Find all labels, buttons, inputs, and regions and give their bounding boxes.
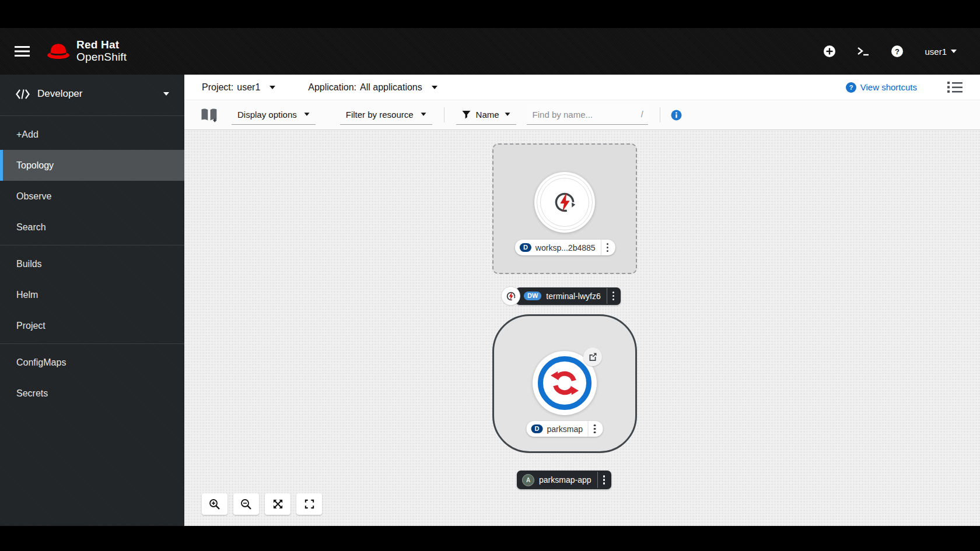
nav-divider xyxy=(0,343,184,344)
masthead-actions: ? user1 xyxy=(823,45,957,58)
corners-bracket-icon xyxy=(304,499,315,510)
open-book-plus-icon xyxy=(200,107,219,123)
redhat-fedora-icon xyxy=(46,42,71,61)
application-label: Application: xyxy=(308,82,356,93)
perspective-switcher[interactable]: Developer xyxy=(0,75,184,113)
terminal-icon xyxy=(857,46,870,57)
fit-to-screen-button[interactable] xyxy=(265,493,290,515)
find-by-name-field: / xyxy=(527,106,648,125)
username: user1 xyxy=(925,47,947,57)
parksmap-node-label[interactable]: D parksmap xyxy=(527,421,603,437)
workspace-node-label[interactable]: D worksp...2b4885 xyxy=(515,240,615,255)
sidebar-nav: Developer +Add Topology Observe Search B… xyxy=(0,75,184,526)
nav-toggle-button[interactable] xyxy=(15,45,30,57)
quick-search-button[interactable] xyxy=(200,107,219,123)
sidebar-item-topology[interactable]: Topology xyxy=(0,150,184,181)
sidebar-item-project[interactable]: Project xyxy=(0,310,184,341)
filter-funnel-icon xyxy=(462,110,471,119)
help-menu-button[interactable]: ? xyxy=(891,45,904,58)
deployment-badge: D xyxy=(520,243,531,252)
svg-text:?: ? xyxy=(849,84,853,91)
chevron-down-icon xyxy=(163,92,169,96)
perspective-label: Developer xyxy=(37,88,83,100)
deployment-badge: D xyxy=(531,424,543,433)
topology-canvas[interactable]: D worksp...2b4885 DW terminal-lwyfz6 xyxy=(184,130,980,526)
nav-item-label: Helm xyxy=(16,290,38,300)
question-circle-icon: ? xyxy=(891,45,904,58)
nav-item-label: Topology xyxy=(16,160,54,171)
terminal-node-icon xyxy=(502,287,520,305)
sidebar-item-search[interactable]: Search xyxy=(0,212,184,243)
chevron-down-icon xyxy=(505,113,510,115)
nav-item-label: Search xyxy=(16,222,46,233)
nav-item-label: Project xyxy=(16,321,46,331)
name-filter-dropdown[interactable]: Name xyxy=(456,106,516,125)
zoom-in-icon xyxy=(209,499,220,510)
canvas-controls xyxy=(202,493,322,515)
sidebar-item-add[interactable]: +Add xyxy=(0,119,184,150)
devworkspace-bolt-icon xyxy=(551,189,578,216)
kebab-menu-icon[interactable] xyxy=(607,288,620,304)
chevron-down-icon xyxy=(432,86,438,89)
kebab-menu-icon[interactable] xyxy=(588,421,601,437)
reset-view-button[interactable] xyxy=(296,493,322,515)
view-shortcuts-label: View shortcuts xyxy=(860,82,917,92)
openshift-console: Red Hat OpenShift ? user1 xyxy=(0,0,980,551)
sidebar-item-secrets[interactable]: Secrets xyxy=(0,378,184,409)
code-icon xyxy=(16,89,30,99)
info-circle-icon[interactable] xyxy=(671,110,682,121)
parksmap-node-name: parksmap xyxy=(547,424,582,434)
masthead: Red Hat OpenShift ? user1 xyxy=(0,28,980,75)
slash-shortcut-hint: / xyxy=(641,110,643,119)
list-view-toggle-button[interactable] xyxy=(947,81,963,93)
devworkspace-badge: DW xyxy=(524,292,541,300)
openshift-logo-icon xyxy=(549,367,580,399)
terminal-node-row[interactable]: DW terminal-lwyfz6 xyxy=(502,287,621,305)
zoom-out-button[interactable] xyxy=(233,493,259,515)
chevron-down-icon xyxy=(421,113,426,115)
toolbar-divider xyxy=(660,107,660,122)
question-circle-blue-icon: ? xyxy=(846,82,856,93)
application-value: All applications xyxy=(360,82,422,93)
application-dropdown[interactable]: Application: All applications xyxy=(308,82,437,93)
view-shortcuts-link[interactable]: ? View shortcuts xyxy=(846,82,917,93)
open-url-button[interactable] xyxy=(583,348,602,366)
display-options-dropdown[interactable]: Display options xyxy=(232,106,316,125)
svg-text:?: ? xyxy=(895,47,900,56)
web-terminal-button[interactable] xyxy=(857,46,870,57)
project-label: Project: xyxy=(202,82,233,93)
brand-logo: Red Hat OpenShift xyxy=(46,39,127,63)
sidebar-item-builds[interactable]: Builds xyxy=(0,248,184,279)
terminal-node-name: terminal-lwyfz6 xyxy=(546,292,600,301)
sidebar-item-observe[interactable]: Observe xyxy=(0,181,184,212)
terminal-node-label[interactable]: DW terminal-lwyfz6 xyxy=(516,287,621,305)
nav-divider xyxy=(0,245,184,245)
zoom-out-icon xyxy=(240,499,252,510)
nav-item-label: +Add xyxy=(16,129,38,140)
hamburger-icon xyxy=(15,45,30,57)
brand-line1: Red Hat xyxy=(76,39,127,51)
chevron-down-icon xyxy=(951,50,957,53)
user-menu-button[interactable]: user1 xyxy=(925,47,957,57)
zoom-in-button[interactable] xyxy=(202,493,228,515)
find-by-name-input[interactable] xyxy=(533,110,626,120)
project-dropdown[interactable]: Project: user1 xyxy=(202,82,275,93)
nav-item-label: Builds xyxy=(16,259,42,269)
sidebar-item-configmaps[interactable]: ConfigMaps xyxy=(0,347,184,378)
quick-create-button[interactable] xyxy=(823,45,836,58)
pod-ring xyxy=(538,356,592,410)
expand-arrows-icon xyxy=(272,499,284,510)
kebab-menu-icon[interactable] xyxy=(597,472,611,488)
chevron-down-icon xyxy=(270,86,275,89)
filter-by-resource-label: Filter by resource xyxy=(346,110,414,120)
filter-by-resource-dropdown[interactable]: Filter by resource xyxy=(340,106,432,125)
app-group-label[interactable]: A parksmap-app xyxy=(517,471,611,489)
kebab-menu-icon[interactable] xyxy=(601,240,614,256)
context-bar: Project: user1 Application: All applicat… xyxy=(184,75,980,100)
sidebar-item-helm[interactable]: Helm xyxy=(0,279,184,310)
topology-toolbar: Display options Filter by resource Name … xyxy=(184,100,980,130)
nav-item-label: Observe xyxy=(16,191,51,202)
application-badge: A xyxy=(522,474,534,486)
workspace-node[interactable] xyxy=(534,172,595,233)
brand-line2: OpenShift xyxy=(76,51,127,64)
